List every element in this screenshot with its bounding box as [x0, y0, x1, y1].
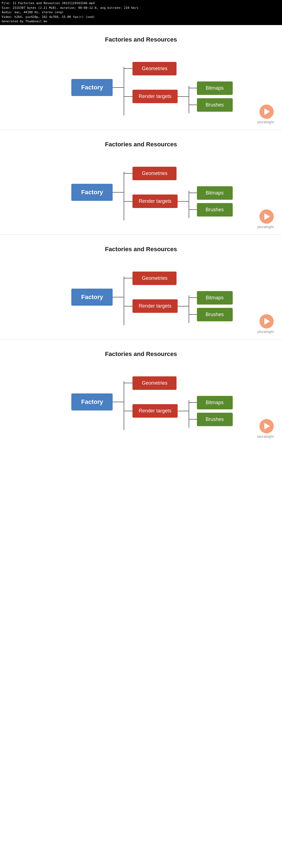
- section-2-title: Factories and Resources: [105, 141, 177, 148]
- section-2: Factories and Resources Factory Geometri…: [0, 130, 282, 235]
- h-line-green-1: [178, 96, 189, 97]
- h-branch-geom-2: [124, 173, 133, 174]
- play-triangle-2: [264, 213, 270, 220]
- brushes-box-1: Brushes: [197, 98, 233, 112]
- diagram-2: Factory Geometries Render targets Bitmap…: [71, 164, 232, 220]
- geometries-row-2: Geometries: [124, 167, 232, 180]
- h-branch-bitmaps-1: [189, 88, 197, 88]
- geometries-box-1: Geometries: [133, 62, 176, 75]
- bitmaps-row-3: Bitmaps: [189, 291, 233, 305]
- section-1: Factories and Resources Factory Geometri…: [0, 25, 282, 130]
- brushes-box-3: Brushes: [197, 308, 233, 321]
- pluralsight-text-3: pluralsight: [257, 330, 274, 334]
- geometries-box-4: Geometries: [133, 376, 176, 390]
- play-triangle-3: [264, 318, 270, 324]
- h-branch-brushes-1: [189, 104, 197, 105]
- diagram-3: Factory Geometries Render targets Bitmap…: [71, 269, 232, 325]
- h-line-4: [113, 402, 124, 402]
- h-branch-bitmaps-4: [189, 402, 197, 403]
- v-line-3: [124, 277, 124, 325]
- red-branch-container-4: Geometries Render targets Bitmaps Brushe…: [124, 374, 232, 430]
- h-line-3: [113, 297, 124, 298]
- h-branch-render-1: [124, 96, 133, 97]
- section-1-title: Factories and Resources: [105, 36, 177, 43]
- bitmaps-row-2: Bitmaps: [189, 186, 233, 200]
- render-targets-box-3: Render targets: [133, 299, 177, 313]
- bitmaps-row-4: Bitmaps: [189, 396, 233, 409]
- play-triangle-1: [264, 108, 270, 115]
- bitmaps-box-2: Bitmaps: [197, 186, 233, 200]
- play-circle-1: [259, 104, 274, 119]
- v-line-green-3: [189, 296, 189, 323]
- bitmaps-box-3: Bitmaps: [197, 291, 233, 305]
- render-targets-box-2: Render targets: [133, 194, 177, 208]
- h-branch-render-2: [124, 201, 133, 202]
- v-line-green-1: [189, 86, 189, 113]
- h-branch-geom-1: [124, 68, 133, 69]
- h-line-1: [113, 87, 124, 88]
- factory-box-3: Factory: [71, 288, 113, 306]
- render-targets-box-1: Render targets: [133, 90, 177, 103]
- h-line-green-2: [178, 201, 189, 202]
- pluralsight-text-4: pluralsight: [257, 434, 274, 438]
- h-branch-render-4: [124, 411, 133, 411]
- h-branch-brushes-3: [189, 314, 197, 315]
- pluralsight-text-2: pluralsight: [257, 225, 274, 229]
- file-info-line2: Size: 2315307 bytes (2.21 MiB), duration…: [2, 6, 280, 10]
- green-branch-container-3: Bitmaps Brushes: [189, 289, 233, 323]
- bitmaps-box-1: Bitmaps: [197, 82, 233, 95]
- v-line-1: [124, 67, 124, 116]
- green-branch-container-2: Bitmaps Brushes: [189, 185, 233, 218]
- h-branch-geom-3: [124, 278, 133, 278]
- pluralsight-logo-2: pluralsight: [257, 209, 274, 229]
- geometries-row-1: Geometries: [124, 62, 232, 75]
- red-branch-container-3: Geometries Render targets Bitmaps Brushe…: [124, 269, 232, 325]
- diagram-4: Factory Geometries Render targets Bitmap…: [71, 374, 232, 430]
- h-branch-brushes-2: [189, 209, 197, 210]
- render-targets-row-1: Render targets Bitmaps Brushes: [124, 80, 232, 113]
- factory-box-4: Factory: [71, 394, 113, 410]
- h-branch-brushes-4: [189, 419, 197, 420]
- play-circle-4: [259, 419, 274, 433]
- brushes-box-4: Brushes: [197, 413, 233, 426]
- v-line-green-4: [189, 400, 189, 428]
- pluralsight-text-1: pluralsight: [257, 120, 274, 124]
- v-line-green-2: [189, 191, 189, 218]
- render-targets-row-4: Render targets Bitmaps Brushes: [124, 394, 232, 428]
- brushes-row-1: Brushes: [189, 98, 233, 112]
- geometries-row-4: Geometries: [124, 376, 232, 390]
- h-branch-render-3: [124, 306, 133, 307]
- file-info-line4: Video: h264, yuv420p, 102 4x768, 15.00 f…: [2, 15, 280, 20]
- h-branch-geom-4: [124, 383, 133, 383]
- brushes-box-2: Brushes: [197, 203, 233, 217]
- render-targets-row-3: Render targets Bitmaps Brushes: [124, 289, 232, 323]
- h-branch-bitmaps-2: [189, 193, 197, 193]
- bitmaps-row-1: Bitmaps: [189, 82, 233, 95]
- section-4: Factories and Resources Factory Geometri…: [0, 340, 282, 444]
- file-info-line1: File: 11 Factories and Resources 2012112…: [2, 1, 280, 6]
- pluralsight-logo-1: pluralsight: [257, 104, 274, 124]
- green-branch-container-4: Bitmaps Brushes: [189, 394, 233, 428]
- factory-box-1: Factory: [71, 79, 113, 96]
- play-circle-2: [259, 209, 274, 224]
- brushes-row-4: Brushes: [189, 413, 233, 426]
- h-line-2: [113, 192, 124, 193]
- geometries-box-2: Geometries: [133, 167, 176, 180]
- v-line-2: [124, 172, 124, 220]
- brushes-row-2: Brushes: [189, 203, 233, 217]
- bitmaps-box-4: Bitmaps: [197, 396, 233, 409]
- render-targets-box-4: Render targets: [133, 404, 177, 417]
- render-targets-row-2: Render targets Bitmaps Brushes: [124, 185, 232, 218]
- h-line-green-4: [178, 411, 189, 411]
- red-branch-container-2: Geometries Render targets Bitmaps Brushe…: [124, 164, 232, 220]
- geometries-row-3: Geometries: [124, 272, 232, 285]
- section-3-title: Factories and Resources: [105, 246, 177, 253]
- brushes-row-3: Brushes: [189, 308, 233, 321]
- h-branch-bitmaps-3: [189, 298, 197, 298]
- play-circle-3: [259, 314, 274, 329]
- file-info-line5: Generated by Thumbnail me: [2, 19, 280, 24]
- h-line-green-3: [178, 306, 189, 307]
- green-branch-container-1: Bitmaps Brushes: [189, 80, 233, 113]
- geometries-box-3: Geometries: [133, 272, 176, 285]
- file-info-line3: Audio: aac, 44100 Hz, stereo (eng): [2, 10, 280, 15]
